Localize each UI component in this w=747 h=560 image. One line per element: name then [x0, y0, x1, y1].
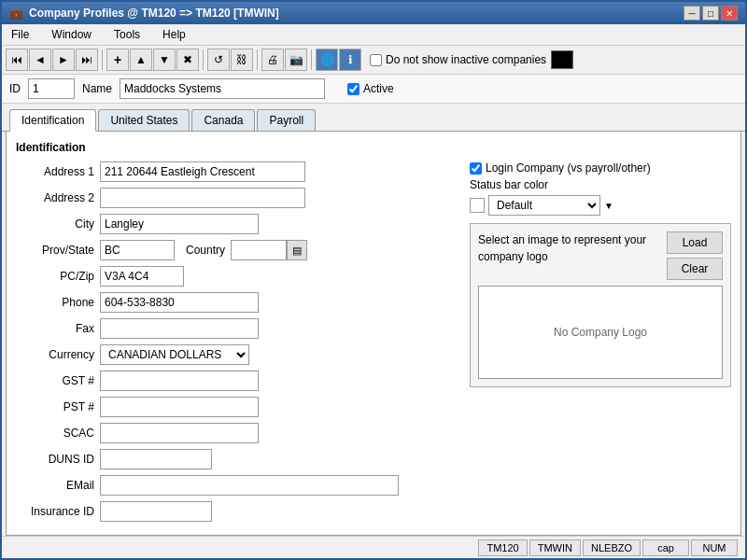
add-button[interactable]: + — [106, 49, 129, 71]
app-window: 💼 Company Profiles @ TM120 => TM120 [TMW… — [0, 0, 747, 560]
prev-button[interactable]: ◄ — [29, 49, 51, 71]
globe-button[interactable]: 🌐 — [316, 49, 338, 71]
load-button[interactable]: Load — [667, 231, 723, 254]
currency-select[interactable]: CANADIAN DOLLARS US DOLLARS — [100, 344, 249, 365]
separator-3 — [257, 49, 258, 70]
maximize-button[interactable]: □ — [702, 6, 719, 21]
tabs-container: Identification United States Canada Payr… — [2, 104, 745, 132]
separator-1 — [102, 49, 103, 70]
city-input[interactable] — [100, 214, 259, 234]
minimize-button[interactable]: ─ — [684, 6, 700, 21]
first-button[interactable]: ⏮ — [6, 49, 28, 71]
gst-label: GST # — [16, 374, 100, 387]
scac-row: SCAC — [16, 423, 451, 443]
provstate-input[interactable] — [100, 240, 175, 260]
info-button[interactable]: ℹ — [339, 49, 361, 71]
tab-payroll[interactable]: Payroll — [257, 109, 316, 131]
title-bar-text: Company Profiles @ TM120 => TM120 [TMWIN… — [29, 7, 279, 20]
pczip-input[interactable] — [100, 266, 184, 287]
title-bar-left: 💼 Company Profiles @ TM120 => TM120 [TMW… — [9, 7, 279, 20]
fax-label: Fax — [16, 322, 100, 335]
active-checkbox[interactable] — [347, 83, 359, 95]
form-left: Address 1 Address 2 City Prov/State — [16, 161, 451, 527]
logo-prompt: Select an image to represent your compan… — [478, 231, 659, 280]
active-label: Active — [363, 82, 394, 95]
inactive-checkbox[interactable] — [370, 54, 382, 66]
duns-label: DUNS ID — [16, 453, 100, 466]
status-select-row: Default ▼ — [470, 195, 731, 216]
inactive-check-container: Do not show inactive companies — [370, 53, 546, 66]
dropdown-icon: ▼ — [604, 201, 613, 211]
clear-button[interactable]: Clear — [667, 258, 723, 280]
link-button[interactable]: ⛓ — [231, 49, 253, 71]
camera-button[interactable]: 📷 — [285, 49, 307, 71]
toolbar: ⏮ ◄ ► ⏭ + ▲ ▼ ✖ ↺ ⛓ 🖨 📷 🌐 ℹ Do not show … — [2, 46, 745, 75]
insurance-row: Insurance ID — [16, 501, 451, 522]
country-lookup-button[interactable]: ▤ — [287, 240, 307, 260]
status-section: Status bar color Default ▼ — [470, 178, 731, 216]
gst-input[interactable] — [100, 371, 259, 391]
email-input[interactable] — [100, 475, 399, 496]
menu-file[interactable]: File — [6, 26, 35, 43]
address2-row: Address 2 — [16, 188, 451, 208]
pst-input[interactable] — [100, 397, 259, 417]
refresh-button[interactable]: ↺ — [207, 49, 230, 71]
section-title: Identification — [16, 141, 731, 154]
last-button[interactable]: ⏭ — [76, 49, 98, 71]
id-field[interactable] — [28, 78, 75, 99]
menu-help[interactable]: Help — [157, 26, 191, 43]
next-button[interactable]: ► — [52, 49, 75, 71]
email-row: EMail — [16, 475, 451, 496]
title-bar-controls: ─ □ ✕ — [684, 6, 738, 21]
separator-4 — [311, 49, 312, 70]
status-color-select[interactable]: Default — [488, 195, 600, 216]
insurance-label: Insurance ID — [16, 505, 100, 518]
menu-bar: File Window Tools Help — [2, 24, 745, 46]
duns-input[interactable] — [100, 449, 212, 469]
delete-button[interactable]: ✖ — [176, 49, 199, 71]
city-label: City — [16, 217, 100, 231]
login-checkbox[interactable] — [470, 162, 482, 175]
tab-identification[interactable]: Identification — [9, 109, 96, 132]
logo-buttons: Load Clear — [667, 231, 723, 280]
phone-label: Phone — [16, 296, 100, 309]
status-color-swatch — [470, 198, 485, 213]
menu-tools[interactable]: Tools — [108, 26, 146, 43]
scac-input[interactable] — [100, 423, 259, 443]
scac-label: SCAC — [16, 427, 100, 440]
login-check-container: Login Company (vs payroll/other) — [470, 161, 731, 175]
address2-label: Address 2 — [16, 191, 100, 204]
menu-window[interactable]: Window — [46, 26, 97, 43]
provstate-label: Prov/State — [16, 244, 100, 257]
tab-united-states[interactable]: United States — [98, 109, 190, 131]
phone-input[interactable] — [100, 292, 259, 313]
close-button[interactable]: ✕ — [721, 6, 738, 21]
address1-input[interactable] — [100, 161, 305, 182]
up-button[interactable]: ▲ — [130, 49, 152, 71]
title-bar: 💼 Company Profiles @ TM120 => TM120 [TMW… — [2, 2, 745, 24]
color-swatch — [551, 50, 573, 69]
pst-row: PST # — [16, 397, 451, 417]
down-button[interactable]: ▼ — [153, 49, 176, 71]
currency-label: Currency — [16, 348, 100, 361]
print-button[interactable]: 🖨 — [261, 49, 284, 71]
status-cap: cap — [642, 539, 689, 556]
name-field[interactable] — [120, 78, 325, 99]
gst-row: GST # — [16, 371, 451, 391]
id-name-bar: ID Name Active — [2, 75, 745, 104]
identification-panel: Identification Address 1 Address 2 City — [7, 132, 740, 536]
duns-row: DUNS ID — [16, 449, 451, 469]
phone-row: Phone — [16, 292, 451, 313]
fax-input[interactable] — [100, 318, 259, 339]
id-label: ID — [9, 82, 21, 95]
insurance-input[interactable] — [100, 501, 212, 522]
tab-content: Identification Address 1 Address 2 City — [6, 132, 741, 536]
country-input[interactable] — [231, 240, 287, 260]
inactive-label: Do not show inactive companies — [386, 53, 546, 66]
email-label: EMail — [16, 479, 100, 492]
address2-input[interactable] — [100, 188, 305, 208]
status-tm120: TM120 — [478, 539, 527, 556]
tab-canada[interactable]: Canada — [191, 109, 255, 131]
pczip-label: PC/Zip — [16, 270, 100, 283]
no-logo-text: No Company Logo — [554, 326, 647, 339]
